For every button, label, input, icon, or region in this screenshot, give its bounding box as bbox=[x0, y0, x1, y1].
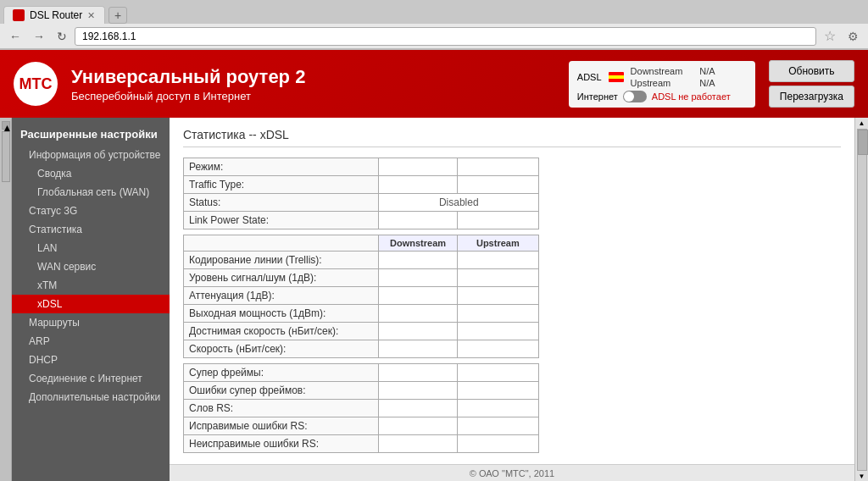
sidebar-item-dhcp[interactable]: DHCP bbox=[12, 351, 170, 369]
ds-column: Downstream Upstream bbox=[631, 66, 683, 88]
content-area: Статистика -- xDSL Режим: Traffic Type: bbox=[170, 118, 854, 464]
table-row: Уровень сигнал/шум (1дB): bbox=[184, 269, 539, 287]
row-label: Скорость (нБит/сек): bbox=[184, 340, 379, 358]
reboot-router-button[interactable]: Перезагрузка bbox=[769, 86, 854, 108]
row-ds-val bbox=[379, 382, 457, 400]
table-row: Исправимые ошибки RS: bbox=[184, 417, 539, 435]
row-label: Выходная мощность (1дBm): bbox=[184, 305, 379, 323]
sidebar-item-summary[interactable]: Сводка bbox=[12, 164, 170, 183]
sidebar-item-xtm[interactable]: xTM bbox=[12, 276, 170, 295]
header-action-buttons: Обновить Перезагрузка bbox=[769, 60, 854, 108]
table-row: Скорость (нБит/сек): bbox=[184, 340, 539, 358]
row-label: Link Power State: bbox=[184, 212, 379, 229]
sidebar-item-wan-service[interactable]: WAN сервис bbox=[12, 257, 170, 276]
row-label: Status: bbox=[184, 194, 379, 212]
row-label: Аттенуация (1дB): bbox=[184, 287, 379, 305]
forward-button[interactable]: → bbox=[29, 28, 49, 45]
logo-text: МТС bbox=[19, 75, 53, 93]
scroll-up-arrow-icon[interactable]: ▲ bbox=[859, 119, 865, 127]
sidebar-item-advanced-settings[interactable]: Дополнительные настройки bbox=[12, 388, 170, 406]
table-row: Ошибки супер фреймов: bbox=[184, 382, 539, 400]
back-button[interactable]: ← bbox=[5, 28, 25, 45]
content-scrollbar[interactable]: ▲ ▼ bbox=[854, 118, 868, 481]
sidebar-item-internet-connection[interactable]: Соединение с Интернет bbox=[12, 369, 170, 388]
row-label: Достнимая скорость (нБит/сек): bbox=[184, 323, 379, 340]
header-titles: Универсальный роутер 2 Бесперебойный дос… bbox=[71, 66, 555, 102]
sidebar-item-lan[interactable]: LAN bbox=[12, 239, 170, 257]
row-label: Ошибки супер фреймов: bbox=[184, 382, 379, 400]
new-tab-button[interactable]: + bbox=[108, 7, 127, 24]
row-us-val bbox=[457, 212, 538, 229]
scroll-thumb[interactable] bbox=[858, 130, 868, 155]
row-ds-val bbox=[379, 252, 457, 269]
internet-status-row: Интернет ADSL не работает bbox=[577, 91, 747, 102]
content-wrapper: Статистика -- xDSL Режим: Traffic Type: bbox=[170, 118, 854, 481]
sidebar-item-statistics[interactable]: Статистика bbox=[12, 220, 170, 239]
row-us-val bbox=[457, 340, 538, 358]
sidebar-scrollbar[interactable]: ▲ bbox=[0, 118, 12, 481]
row-ds-val bbox=[379, 417, 457, 435]
table-spacer bbox=[184, 358, 539, 364]
adsl-label: ADSL bbox=[577, 72, 602, 82]
row-ds-val bbox=[379, 212, 457, 229]
row-us-val bbox=[457, 435, 538, 453]
table-row: Аттенуация (1дB): bbox=[184, 287, 539, 305]
refresh-router-button[interactable]: Обновить bbox=[769, 60, 854, 82]
table-spacer bbox=[184, 229, 539, 235]
sidebar-item-3g-status[interactable]: Статус 3G bbox=[12, 202, 170, 220]
sidebar-item-xdsl[interactable]: xDSL bbox=[12, 295, 170, 313]
page-footer: © ОАО "МТС", 2011 bbox=[170, 464, 854, 481]
internet-label: Интернет bbox=[577, 91, 618, 102]
table-row: Слов RS: bbox=[184, 400, 539, 417]
tab-bar: DSL Router ✕ + bbox=[0, 0, 868, 24]
sidebar-item-device-info[interactable]: Информация об устройстве bbox=[12, 146, 170, 164]
xdsl-stats-table: Режим: Traffic Type: Status: Disabled bbox=[183, 158, 539, 453]
main-title: Универсальный роутер 2 bbox=[71, 66, 555, 88]
row-ds-val bbox=[379, 269, 457, 287]
bookmark-star-icon[interactable]: ☆ bbox=[820, 26, 840, 46]
internet-toggle[interactable] bbox=[623, 91, 647, 102]
row-us-val bbox=[457, 323, 538, 340]
status-value: Disabled bbox=[379, 194, 539, 212]
sidebar-item-routes[interactable]: Маршруты bbox=[12, 313, 170, 332]
downstream-label: Downstream bbox=[631, 66, 683, 76]
upstream-value: N/A bbox=[699, 78, 715, 88]
row-ds-val bbox=[379, 435, 457, 453]
row-ds-val bbox=[379, 400, 457, 417]
table-row: Выходная мощность (1дBm): bbox=[184, 305, 539, 323]
row-label: Traffic Type: bbox=[184, 176, 379, 194]
row-label: Слов RS: bbox=[184, 400, 379, 417]
row-us-val bbox=[457, 417, 538, 435]
row-ds-val bbox=[379, 364, 457, 382]
upstream-header: Upstream bbox=[457, 235, 538, 252]
row-us-val bbox=[457, 400, 538, 417]
main-content: ▲ Расширенные настройки Информация об ус… bbox=[0, 118, 868, 481]
row-ds-val bbox=[379, 158, 457, 176]
row-label: Исправимые ошибки RS: bbox=[184, 417, 379, 435]
scroll-down-arrow-icon[interactable]: ▼ bbox=[859, 473, 865, 480]
table-row: Неисправимые ошибки RS: bbox=[184, 435, 539, 453]
table-row: Traffic Type: bbox=[184, 176, 539, 194]
row-ds-val bbox=[379, 287, 457, 305]
row-us-val bbox=[457, 287, 538, 305]
refresh-button[interactable]: ↻ bbox=[53, 28, 71, 45]
sidebar-item-wan[interactable]: Глобальная сеть (WAN) bbox=[12, 183, 170, 202]
downstream-value: N/A bbox=[699, 66, 715, 76]
row-us-val bbox=[457, 364, 538, 382]
sidebar-item-arp[interactable]: ARP bbox=[12, 332, 170, 351]
row-ds-val bbox=[379, 176, 457, 194]
row-us-val bbox=[457, 252, 538, 269]
browser-tab[interactable]: DSL Router ✕ bbox=[3, 6, 105, 24]
adsl-not-working-label: ADSL не работает bbox=[652, 91, 731, 102]
subtitle: Бесперебойный доступ в Интернет bbox=[71, 90, 555, 102]
scroll-thumb[interactable] bbox=[2, 131, 10, 182]
nav-bar: ← → ↻ ☆ ⚙ bbox=[0, 24, 868, 49]
scroll-up-icon[interactable]: ▲ bbox=[2, 121, 10, 130]
page-title: Статистика -- xDSL bbox=[183, 128, 841, 147]
sidebar-section-heading: Расширенные настройки bbox=[12, 123, 170, 146]
row-us-val bbox=[457, 158, 538, 176]
tab-close-icon[interactable]: ✕ bbox=[87, 10, 95, 21]
sidebar: Расширенные настройки Информация об устр… bbox=[12, 118, 170, 481]
settings-wrench-icon[interactable]: ⚙ bbox=[843, 28, 863, 45]
address-bar[interactable] bbox=[75, 27, 816, 46]
